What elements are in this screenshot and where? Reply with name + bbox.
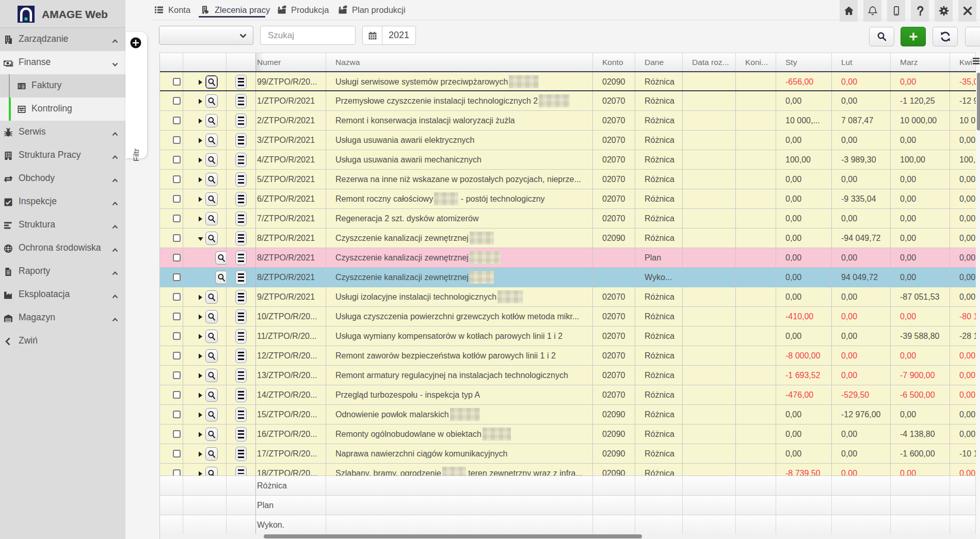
svg-text:$: $: [19, 84, 22, 89]
